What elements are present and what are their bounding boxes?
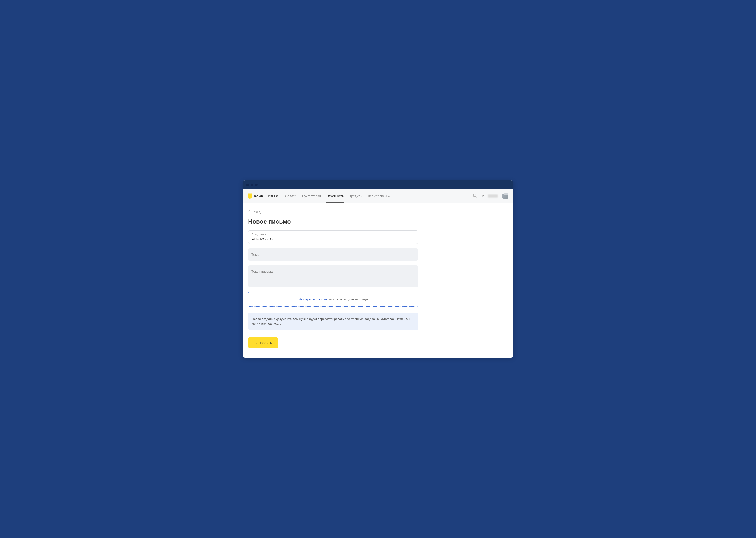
nav-all-services[interactable]: Все сервисы	[368, 189, 390, 202]
back-label: Назад	[251, 210, 261, 214]
file-dropzone[interactable]: Выберите файлы или перетащите их сюда	[248, 292, 418, 306]
svg-text:T: T	[249, 194, 251, 197]
header: T БАНК БИЗНЕС Селлер Бухгалтерия Отчетно…	[243, 189, 513, 203]
window-close-dot[interactable]	[246, 184, 249, 186]
page-title: Новое письмо	[248, 218, 508, 225]
signature-notice: После создания документа, вам нужно буде…	[248, 312, 418, 330]
nav-item-label: Селлер	[285, 194, 297, 198]
body-placeholder: Текст письма	[251, 269, 415, 273]
recipient-field[interactable]: Получатель ФНС № 7703	[248, 230, 418, 244]
user-name-blurred	[488, 194, 498, 198]
nav-item-label: Кредиты	[349, 194, 362, 198]
browser-chrome	[243, 180, 513, 189]
logo-business-text: БИЗНЕС	[266, 195, 278, 197]
wallet-icon[interactable]	[502, 193, 508, 199]
user-prefix: ИП	[482, 194, 487, 198]
user-info[interactable]: ИП	[482, 194, 498, 198]
dropzone-text: или перетащите их сюда	[327, 297, 368, 301]
subject-placeholder: Тема	[251, 252, 415, 256]
nav-item-label: Все сервисы	[368, 194, 387, 198]
logo-bank-text: БАНК	[254, 194, 263, 198]
window-maximize-dot[interactable]	[255, 184, 258, 186]
nav-reporting[interactable]: Отчетность	[326, 189, 344, 202]
main-nav: Селлер Бухгалтерия Отчетность Кредиты Вс…	[285, 189, 473, 202]
chevron-left-icon	[248, 210, 250, 214]
body-field[interactable]: Текст письма	[248, 265, 418, 287]
subject-field[interactable]: Тема	[248, 248, 418, 261]
submit-button[interactable]: Отправить	[248, 337, 278, 349]
window-minimize-dot[interactable]	[251, 184, 253, 186]
header-right: ИП	[473, 193, 508, 199]
logo[interactable]: T БАНК БИЗНЕС	[248, 193, 278, 199]
nav-seller[interactable]: Селлер	[285, 189, 297, 202]
browser-window: T БАНК БИЗНЕС Селлер Бухгалтерия Отчетно…	[243, 180, 513, 358]
nav-accounting[interactable]: Бухгалтерия	[302, 189, 321, 202]
recipient-value: ФНС № 7703	[252, 237, 415, 241]
search-icon[interactable]	[473, 193, 477, 199]
content: Назад Новое письмо Получатель ФНС № 7703…	[243, 203, 513, 358]
back-link[interactable]: Назад	[248, 210, 508, 214]
svg-line-2	[476, 196, 477, 197]
shield-icon: T	[248, 193, 252, 199]
nav-item-label: Бухгалтерия	[302, 194, 321, 198]
nav-credits[interactable]: Кредиты	[349, 189, 362, 202]
form-container: Получатель ФНС № 7703 Тема Текст письма …	[248, 230, 418, 349]
nav-item-label: Отчетность	[326, 194, 344, 198]
dropzone-link: Выберите файлы	[299, 297, 327, 301]
recipient-label: Получатель	[252, 233, 415, 236]
chevron-down-icon	[388, 194, 390, 198]
